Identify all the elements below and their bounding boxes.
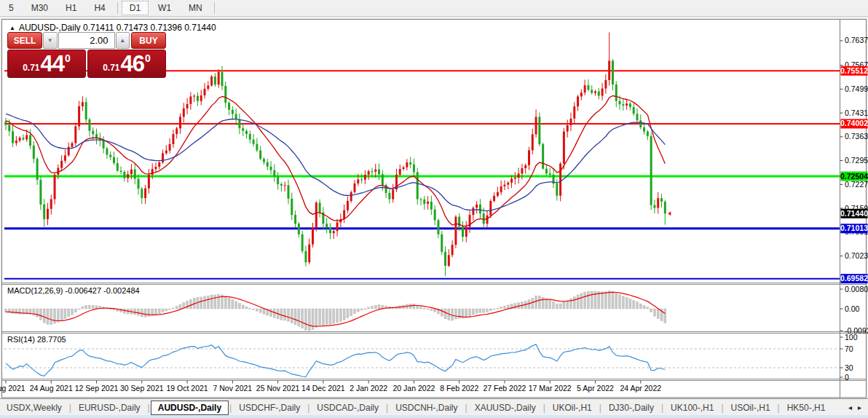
svg-text:0.71013: 0.71013 <box>840 224 868 232</box>
tab-usdcad-daily[interactable]: USDCAD-,Daily <box>310 401 385 415</box>
svg-text:0.72270: 0.72270 <box>845 180 868 189</box>
toolbar-separator <box>117 2 118 14</box>
level-price-badge: 0.71013 <box>840 224 868 233</box>
tab-usdchf-daily[interactable]: USDCHF-,Daily <box>232 401 307 415</box>
tab-separator: | <box>148 403 150 413</box>
svg-text:25 Nov 2021: 25 Nov 2021 <box>256 384 300 393</box>
timeframe-toolbar: 5M30H1H4D1W1MN <box>0 0 868 17</box>
volume-input[interactable] <box>58 32 115 49</box>
tab-dj30-daily[interactable]: DJ30-,Daily <box>602 401 660 415</box>
level-price-badge: 0.69582 <box>840 274 868 283</box>
tab-separator: | <box>386 403 388 413</box>
tab-ukoil-h1[interactable]: UKOil-,H1 <box>546 401 599 415</box>
svg-text:0.75512: 0.75512 <box>840 66 868 75</box>
svg-text:70: 70 <box>845 344 853 353</box>
tab-separator: | <box>307 403 309 413</box>
current-price-badge: 0.71440 <box>840 209 868 218</box>
macd-label: MACD(12,26,9) -0.006427 -0.002484 <box>7 286 140 295</box>
tab-hk50-h1[interactable]: HK50-,H1 <box>781 401 832 415</box>
symbol-tab-bar: USDX,Weekly|EURUSD-,Daily|AUDUSD-,Daily|… <box>0 398 868 416</box>
volume-increase-button[interactable]: ▲ <box>116 32 130 49</box>
sell-price-box[interactable]: 0.71 44 0 <box>7 50 86 78</box>
svg-text:7 Nov 2021: 7 Nov 2021 <box>213 384 252 393</box>
buy-price-prefix: 0.71 <box>103 63 119 73</box>
tab-xauusd-daily[interactable]: XAUUSD-,Daily <box>468 401 542 415</box>
tab-separator: | <box>543 403 545 413</box>
sell-button[interactable]: SELL <box>7 32 42 49</box>
svg-text:19 Oct 2021: 19 Oct 2021 <box>166 384 208 393</box>
level-price-badge: 0.75512 <box>840 66 868 76</box>
svg-text:17 Mar 2022: 17 Mar 2022 <box>529 384 572 393</box>
timeframe-button-m30[interactable]: M30 <box>23 1 56 15</box>
svg-text:0.74310: 0.74310 <box>845 109 868 117</box>
tab-separator: | <box>465 403 467 413</box>
tab-separator: | <box>778 403 780 413</box>
svg-text:0.73630: 0.73630 <box>845 132 868 141</box>
sell-price-pip: 0 <box>65 52 71 64</box>
sell-price-main: 44 <box>41 51 64 77</box>
level-price-badge: 0.74002 <box>840 119 868 128</box>
svg-text:0.74002: 0.74002 <box>840 119 868 127</box>
svg-text:30 Sep 2021: 30 Sep 2021 <box>120 384 164 393</box>
tab-eurusd-daily[interactable]: EURUSD-,Daily <box>72 401 147 415</box>
tab-separator: | <box>229 403 232 413</box>
svg-text:0.72950: 0.72950 <box>845 156 868 165</box>
svg-text:8 Feb 2022: 8 Feb 2022 <box>440 384 478 393</box>
buy-button[interactable]: BUY <box>131 32 166 49</box>
svg-text:24 Aug 2021: 24 Aug 2021 <box>30 384 73 393</box>
svg-text:27 Feb 2022: 27 Feb 2022 <box>483 384 526 393</box>
tab-usoil-h1[interactable]: USOil-,H1 <box>725 401 777 415</box>
buy-price-box[interactable]: 0.71 46 0 <box>87 50 166 78</box>
tab-scroll-right-icon[interactable]: ▸ <box>855 403 864 411</box>
collapse-panel-icon[interactable]: ▲ <box>9 25 15 31</box>
volume-decrease-button[interactable]: ▼ <box>43 32 57 49</box>
timeframe-button-d1[interactable]: D1 <box>122 1 149 15</box>
chart-symbol-label: AUDUSD-,Daily <box>19 23 81 33</box>
toolbar-separator <box>214 2 215 14</box>
tab-separator: | <box>599 403 601 413</box>
chart-ohlc-values: 0.71411 0.71473 0.71396 0.71440 <box>83 23 216 33</box>
svg-text:0.71440: 0.71440 <box>840 209 868 218</box>
mt4-window: 5M30H1H4D1W1MN 0.763700.756700.749900.74… <box>0 0 868 418</box>
level-price-badge: 0.72504 <box>840 172 868 181</box>
window-bottom-strip <box>0 415 868 418</box>
tab-uk100-h1[interactable]: UK100-,H1 <box>664 401 720 415</box>
tab-separator: | <box>721 403 723 413</box>
svg-text:0.76370: 0.76370 <box>845 36 868 44</box>
rsi-label: RSI(14) 28.7705 <box>7 335 66 344</box>
svg-text:20 Jan 2022: 20 Jan 2022 <box>393 384 435 393</box>
svg-text:0.74990: 0.74990 <box>845 84 868 93</box>
timeframe-button-mn[interactable]: MN <box>181 1 210 15</box>
tab-separator: | <box>661 403 663 413</box>
tab-scroll-buttons: ◂▸ <box>845 403 868 411</box>
tab-scroll-left-icon[interactable]: ◂ <box>845 403 855 411</box>
svg-text:30: 30 <box>845 363 853 372</box>
timeframe-button-h1[interactable]: H1 <box>58 1 84 15</box>
svg-text:0.00: 0.00 <box>845 304 860 313</box>
one-click-trade-panel: SELL ▼ ▲ BUY 0.71 44 0 0.71 46 0 <box>7 32 166 78</box>
svg-text:0.72504: 0.72504 <box>840 172 868 181</box>
tab-audusd-daily[interactable]: AUDUSD-,Daily <box>151 401 229 415</box>
timeframe-button-h4[interactable]: H4 <box>86 1 113 15</box>
buy-price-main: 46 <box>121 51 144 77</box>
svg-text:0.70230: 0.70230 <box>845 251 868 260</box>
svg-text:5 Aug 2021: 5 Aug 2021 <box>0 384 25 393</box>
svg-text:100: 100 <box>845 333 858 342</box>
svg-text:2 Jan 2022: 2 Jan 2022 <box>350 384 387 393</box>
svg-text:24 Apr 2022: 24 Apr 2022 <box>620 384 661 393</box>
svg-text:5 Apr 2022: 5 Apr 2022 <box>577 384 614 393</box>
svg-text:0.008061: 0.008061 <box>845 285 868 293</box>
chart-title: ▲AUDUSD-,Daily 0.71411 0.71473 0.71396 0… <box>9 23 216 33</box>
svg-text:0.69582: 0.69582 <box>840 274 868 283</box>
tab-usdx-weekly[interactable]: USDX,Weekly <box>0 401 68 415</box>
sell-price-prefix: 0.71 <box>23 63 39 73</box>
svg-text:14 Dec 2021: 14 Dec 2021 <box>301 384 345 393</box>
tab-separator: | <box>69 403 71 413</box>
tab-usdcnh-daily[interactable]: USDCNH-,Daily <box>389 401 464 415</box>
svg-text:12 Sep 2021: 12 Sep 2021 <box>75 384 119 393</box>
timeframe-button-5[interactable]: 5 <box>1 1 22 15</box>
timeframe-button-w1[interactable]: W1 <box>150 1 179 15</box>
buy-price-pip: 0 <box>145 52 151 64</box>
svg-text:0: 0 <box>845 373 849 382</box>
